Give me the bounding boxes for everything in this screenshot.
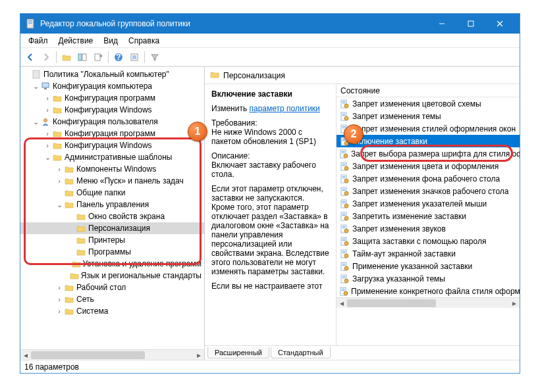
tree-item[interactable]: ›Рабочий стол bbox=[20, 282, 204, 293]
policy-item[interactable]: Включение заставки bbox=[337, 135, 520, 147]
tree-horizontal-scrollbar[interactable]: ◂ ▸ bbox=[20, 349, 204, 360]
tree-item[interactable]: ›Сеть bbox=[20, 293, 204, 305]
svg-point-52 bbox=[344, 191, 348, 195]
forward-button[interactable] bbox=[39, 50, 53, 64]
tab-standard[interactable]: Стандартный bbox=[271, 347, 331, 358]
titlebar[interactable]: Редактор локальной групповой политики bbox=[20, 14, 520, 34]
scroll-thumb[interactable] bbox=[31, 351, 145, 359]
desc-label: Описание: bbox=[211, 151, 329, 160]
policy-item[interactable]: Запрет изменения фона рабочего стола bbox=[337, 172, 520, 185]
policy-item-label: Запретить изменение заставки bbox=[352, 212, 466, 221]
svg-rect-18 bbox=[42, 83, 49, 87]
policy-item[interactable]: Запрет изменения значков рабочего стола bbox=[337, 185, 520, 197]
status-text: 16 параметров bbox=[24, 362, 79, 372]
tree-pane[interactable]: Политика "Локальный компьютер" ⌄Конфигур… bbox=[20, 67, 205, 360]
policy-item[interactable]: Запрет изменения указателей мыши bbox=[337, 197, 520, 210]
menu-view[interactable]: Вид bbox=[98, 35, 123, 47]
tree-item[interactable]: Язык и региональные стандарты bbox=[20, 270, 204, 282]
policy-item[interactable]: Запрет изменения цветовой схемы bbox=[337, 97, 520, 110]
expand-icon[interactable]: › bbox=[55, 307, 64, 315]
folder-icon bbox=[64, 164, 74, 174]
policy-list[interactable]: Состояние Запрет изменения цветовой схем… bbox=[337, 84, 520, 345]
policy-setting-icon bbox=[339, 236, 350, 247]
scroll-left-button[interactable]: ◂ bbox=[20, 350, 31, 360]
policy-item[interactable]: Запрет изменения цвета и оформления bbox=[337, 160, 520, 172]
collapse-icon[interactable]: ⌄ bbox=[31, 82, 40, 91]
expand-icon[interactable]: › bbox=[55, 283, 64, 291]
policy-item-label: Тайм-аут экранной заставки bbox=[352, 249, 456, 258]
up-button[interactable] bbox=[59, 50, 74, 64]
collapse-icon[interactable]: ⌄ bbox=[43, 153, 52, 162]
tree-control-panel[interactable]: ⌄Панель управления bbox=[20, 199, 204, 210]
svg-rect-30 bbox=[342, 126, 346, 127]
tree-admin-templates[interactable]: ⌄Административные шаблоны bbox=[20, 151, 204, 163]
policy-item[interactable]: Запретить изменение заставки bbox=[337, 210, 520, 222]
tree-item[interactable]: Программы bbox=[20, 246, 204, 258]
folder-icon bbox=[52, 105, 63, 114]
properties-button[interactable] bbox=[127, 50, 142, 64]
expand-icon[interactable]: › bbox=[55, 177, 64, 185]
policy-item[interactable]: Применение конкретного файла стиля оформ… bbox=[337, 285, 520, 297]
policy-item[interactable]: Применение указанной заставки bbox=[337, 260, 520, 272]
show-hide-tree-button[interactable] bbox=[75, 50, 90, 64]
policy-item[interactable]: Запрет изменения темы bbox=[337, 110, 520, 122]
filter-button[interactable] bbox=[148, 50, 162, 64]
back-button[interactable] bbox=[23, 50, 38, 64]
column-header-state[interactable]: Состояние bbox=[337, 84, 520, 97]
tree-item[interactable]: Окно свойств экрана bbox=[20, 210, 204, 222]
tree-root[interactable]: Политика "Локальный компьютер" bbox=[20, 68, 204, 80]
expand-icon[interactable]: › bbox=[43, 94, 52, 102]
svg-point-84 bbox=[344, 291, 348, 295]
policy-item[interactable]: Запрет выбора размера шрифта для стиля о… bbox=[337, 147, 520, 160]
req-text: Не ниже Windows 2000 с пакетом обновлени… bbox=[211, 128, 329, 146]
scroll-thumb[interactable] bbox=[347, 299, 436, 307]
close-button[interactable] bbox=[485, 14, 514, 34]
tree-item[interactable]: ›Конфигурация программ bbox=[20, 128, 204, 139]
scroll-left-button[interactable]: ◂ bbox=[337, 298, 347, 308]
tree-computer-config[interactable]: ⌄Конфигурация компьютера bbox=[20, 80, 204, 92]
policy-item[interactable]: Защита заставки с помощью пароля bbox=[337, 235, 520, 247]
description-pane: Включение заставки Изменить параметр пол… bbox=[205, 84, 337, 345]
export-list-button[interactable] bbox=[91, 50, 105, 64]
svg-rect-82 bbox=[342, 289, 345, 289]
minimize-button[interactable] bbox=[427, 14, 456, 34]
menu-file[interactable]: Файл bbox=[23, 35, 53, 47]
expand-icon[interactable]: › bbox=[43, 106, 52, 114]
expand-icon[interactable]: › bbox=[55, 165, 64, 173]
scroll-right-button[interactable]: ▸ bbox=[509, 298, 520, 308]
folder-icon bbox=[64, 188, 74, 197]
tree-item[interactable]: ›Конфигурация программ bbox=[20, 92, 204, 104]
tree-item[interactable]: ›Система bbox=[20, 305, 204, 317]
collapse-icon[interactable]: ⌄ bbox=[55, 201, 64, 209]
expand-icon[interactable]: › bbox=[43, 141, 52, 149]
policy-item[interactable]: Тайм-аут экранной заставки bbox=[337, 247, 520, 260]
policy-item[interactable]: Загрузка указанной темы bbox=[337, 272, 520, 285]
req-label: Требования: bbox=[211, 118, 329, 128]
help-button[interactable]: ? bbox=[111, 50, 126, 64]
tree-item[interactable]: ›Конфигурация Windows bbox=[20, 104, 204, 116]
svg-rect-63 bbox=[342, 228, 346, 228]
policy-item[interactable]: Запрет изменения звуков bbox=[337, 222, 520, 235]
tree-item[interactable]: Общие папки bbox=[20, 187, 204, 199]
svg-rect-51 bbox=[342, 190, 346, 191]
tree-personalization[interactable]: Персонализация bbox=[20, 222, 204, 234]
expand-icon[interactable]: › bbox=[43, 130, 52, 137]
menu-help[interactable]: Справка bbox=[123, 35, 165, 47]
scroll-right-button[interactable]: ▸ bbox=[194, 350, 204, 360]
tree-user-config[interactable]: ⌄Конфигурация пользователя bbox=[20, 116, 204, 128]
collapse-icon[interactable]: ⌄ bbox=[31, 118, 40, 126]
tab-extended[interactable]: Расширенный bbox=[207, 347, 269, 358]
folder-icon bbox=[76, 224, 86, 233]
tree-item[interactable]: ›Меню «Пуск» и панель задач bbox=[20, 175, 204, 187]
edit-policy-link[interactable]: параметр политики bbox=[249, 104, 319, 113]
maximize-button[interactable] bbox=[456, 14, 485, 34]
list-horizontal-scrollbar[interactable]: ◂ ▸ bbox=[337, 297, 520, 308]
tree-item[interactable]: ›Конфигурация Windows bbox=[20, 139, 204, 151]
folder-icon bbox=[64, 295, 74, 304]
expand-icon[interactable]: › bbox=[55, 295, 64, 303]
tree-item[interactable]: Установка и удаление программ bbox=[20, 258, 204, 270]
menu-action[interactable]: Действие bbox=[53, 35, 99, 47]
tree-item[interactable]: Принтеры bbox=[20, 234, 204, 246]
policy-item[interactable]: Запрет изменения стилей оформления окон bbox=[337, 122, 520, 135]
tree-item[interactable]: ›Компоненты Windows bbox=[20, 163, 204, 175]
